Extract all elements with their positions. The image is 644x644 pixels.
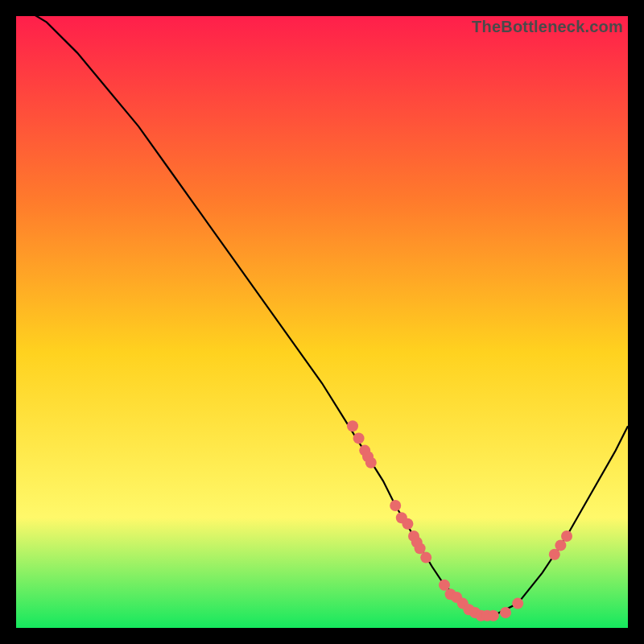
watermark-text: TheBottleneck.com: [472, 18, 623, 36]
data-dot: [439, 580, 450, 591]
data-dot: [488, 610, 499, 621]
data-dot: [549, 549, 560, 560]
data-dot: [390, 500, 401, 511]
data-dot: [347, 420, 358, 431]
data-dot: [365, 457, 377, 469]
chart-svg: [16, 16, 628, 628]
chart-frame: TheBottleneck.com: [16, 16, 628, 628]
data-dot: [415, 543, 426, 554]
data-dot: [555, 539, 566, 551]
data-dot: [353, 432, 365, 444]
data-dot: [500, 607, 511, 618]
data-dot: [512, 598, 523, 609]
data-dot: [561, 530, 572, 542]
data-dot: [402, 518, 413, 530]
gradient-background: [16, 16, 628, 628]
data-dot: [420, 552, 431, 564]
